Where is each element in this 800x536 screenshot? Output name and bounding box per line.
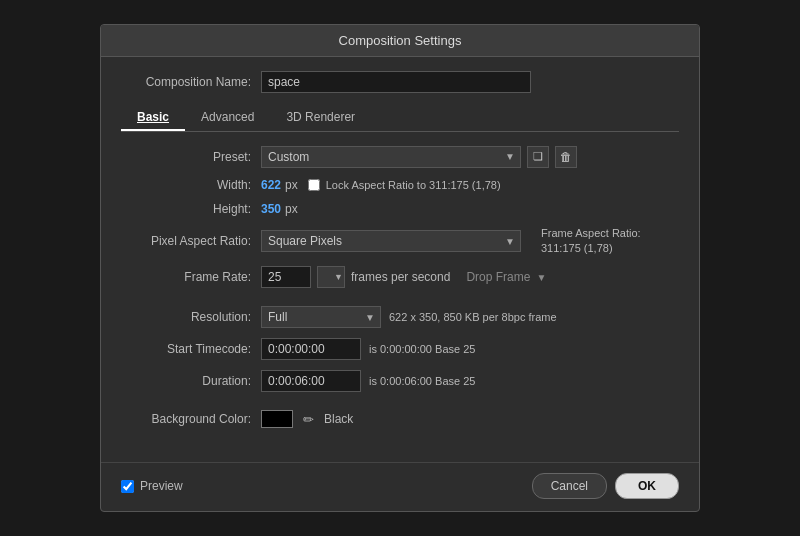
bg-color-swatch[interactable] [261, 410, 293, 428]
width-label: Width: [121, 178, 261, 192]
preset-select[interactable]: Custom HDTV 1080 29.97 HDTV 720 29.97 PA… [261, 146, 521, 168]
composition-settings-dialog: Composition Settings Composition Name: B… [100, 24, 700, 513]
start-timecode-input[interactable] [261, 338, 361, 360]
preset-label: Preset: [121, 150, 261, 164]
preview-row: Preview [121, 479, 183, 493]
duration-controls: is 0:00:06:00 Base 25 [261, 370, 475, 392]
delete-preset-button[interactable]: 🗑 [555, 146, 577, 168]
drop-frame-label: Drop Frame [466, 270, 530, 284]
height-unit: px [285, 202, 298, 216]
eyedropper-button[interactable]: ✏ [301, 412, 316, 427]
tabs: Basic Advanced 3D Renderer [121, 105, 679, 132]
pixel-aspect-row: Pixel Aspect Ratio: Square Pixels D1/DV … [121, 226, 679, 257]
frame-rate-input[interactable] [261, 266, 311, 288]
frame-aspect-value: 311:175 (1,78) [541, 242, 613, 254]
preview-checkbox[interactable] [121, 480, 134, 493]
bg-color-name: Black [324, 412, 353, 426]
start-timecode-label: Start Timecode: [121, 342, 261, 356]
dialog-body: Composition Name: Basic Advanced 3D Rend… [101, 57, 699, 453]
bg-color-controls: ✏ Black [261, 410, 353, 428]
duration-row: Duration: is 0:00:06:00 Base 25 [121, 370, 679, 392]
start-timecode-controls: is 0:00:00:00 Base 25 [261, 338, 475, 360]
resolution-select[interactable]: Full Half Third Quarter Custom [261, 306, 381, 328]
pixel-aspect-select[interactable]: Square Pixels D1/DV NTSC (0.91) D1/DV PA… [261, 230, 521, 252]
footer-buttons: Cancel OK [532, 473, 679, 499]
comp-name-label: Composition Name: [121, 75, 261, 89]
comp-name-input[interactable] [261, 71, 531, 93]
tab-basic[interactable]: Basic [121, 105, 185, 131]
dialog-footer: Preview Cancel OK [101, 462, 699, 511]
height-value: 350 [261, 202, 281, 216]
frame-rate-label: Frame Rate: [121, 270, 261, 284]
lock-aspect-label: Lock Aspect Ratio to 311:175 (1,78) [326, 179, 501, 191]
fps-dropdown-wrapper: ▼ [317, 266, 345, 288]
width-dimension: 622 px Lock Aspect Ratio to 311:175 (1,7… [261, 178, 501, 192]
frame-aspect-label: Frame Aspect Ratio: [541, 227, 641, 239]
resolution-info: 622 x 350, 850 KB per 8bpc frame [389, 311, 557, 323]
preset-row: Preset: Custom HDTV 1080 29.97 HDTV 720 … [121, 146, 679, 168]
pixel-aspect-label: Pixel Aspect Ratio: [121, 234, 261, 248]
tab-advanced[interactable]: Advanced [185, 105, 270, 131]
width-value: 622 [261, 178, 281, 192]
frame-rate-controls: ▼ frames per second Drop Frame ▼ [261, 266, 546, 288]
start-timecode-info: is 0:00:00:00 Base 25 [369, 343, 475, 355]
duration-info: is 0:00:06:00 Base 25 [369, 375, 475, 387]
comp-name-row: Composition Name: [121, 71, 679, 93]
cancel-button[interactable]: Cancel [532, 473, 607, 499]
start-timecode-row: Start Timecode: is 0:00:00:00 Base 25 [121, 338, 679, 360]
frame-rate-row: Frame Rate: ▼ frames per second Drop Fra… [121, 266, 679, 288]
ok-button[interactable]: OK [615, 473, 679, 499]
preset-select-wrapper: Custom HDTV 1080 29.97 HDTV 720 29.97 PA… [261, 146, 521, 168]
duration-label: Duration: [121, 374, 261, 388]
width-unit: px [285, 178, 298, 192]
resolution-select-wrapper: Full Half Third Quarter Custom ▼ [261, 306, 381, 328]
height-label: Height: [121, 202, 261, 216]
drop-frame-arrow: ▼ [536, 272, 546, 283]
frame-aspect-info: Frame Aspect Ratio: 311:175 (1,78) [541, 226, 641, 257]
preview-label: Preview [140, 479, 183, 493]
bg-color-row: Background Color: ✏ Black [121, 410, 679, 428]
preset-controls: Custom HDTV 1080 29.97 HDTV 720 29.97 PA… [261, 146, 577, 168]
height-row: Height: 350 px [121, 202, 679, 216]
duplicate-preset-button[interactable]: ❏ [527, 146, 549, 168]
resolution-row: Resolution: Full Half Third Quarter Cust… [121, 306, 679, 328]
bg-color-label: Background Color: [121, 412, 261, 426]
lock-aspect-row: Lock Aspect Ratio to 311:175 (1,78) [308, 179, 501, 191]
tab-3d-renderer[interactable]: 3D Renderer [270, 105, 371, 131]
resolution-controls: Full Half Third Quarter Custom ▼ 622 x 3… [261, 306, 557, 328]
duration-input[interactable] [261, 370, 361, 392]
height-dimension: 350 px [261, 202, 298, 216]
pixel-aspect-select-wrapper: Square Pixels D1/DV NTSC (0.91) D1/DV PA… [261, 230, 521, 252]
resolution-label: Resolution: [121, 310, 261, 324]
dialog-title: Composition Settings [101, 25, 699, 57]
lock-aspect-checkbox[interactable] [308, 179, 320, 191]
width-row: Width: 622 px Lock Aspect Ratio to 311:1… [121, 178, 679, 192]
fps-dropdown[interactable] [317, 266, 345, 288]
pixel-aspect-controls: Square Pixels D1/DV NTSC (0.91) D1/DV PA… [261, 226, 641, 257]
dialog-title-text: Composition Settings [339, 33, 462, 48]
fps-label: frames per second [351, 270, 450, 284]
